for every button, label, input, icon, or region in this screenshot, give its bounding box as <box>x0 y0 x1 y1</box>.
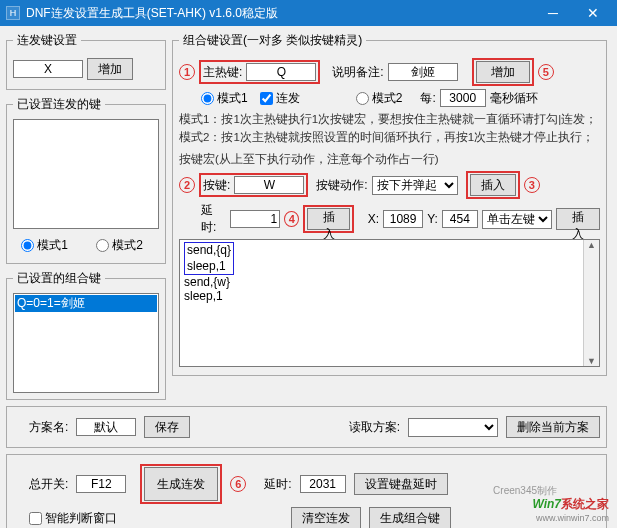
repeat-key-legend: 连发键设置 <box>13 32 81 49</box>
note-label: 说明备注: <box>332 64 383 81</box>
repeat-checkbox[interactable]: 连发 <box>260 90 300 107</box>
combo-settings-group: 组合键设置(一对多 类似按键精灵) 1 主热键: 说明备注: 增加 5 模式1 … <box>172 32 607 376</box>
load-scheme-label: 读取方案: <box>349 419 400 436</box>
script-line: sleep,1 <box>184 289 595 303</box>
mark-3: 3 <box>524 177 540 193</box>
mark-2: 2 <box>179 177 195 193</box>
bottom-delay-input[interactable] <box>300 475 346 493</box>
delete-scheme-button[interactable]: 删除当前方案 <box>506 416 600 438</box>
left-mode1-label: 模式1 <box>37 237 68 254</box>
set-combo-list[interactable]: Q=0=1=剑姬 <box>13 293 159 393</box>
key-input[interactable] <box>234 176 304 194</box>
insert-delay-button[interactable]: 插入 <box>307 208 350 230</box>
repeat-label: 连发 <box>276 90 300 107</box>
mark-6: 6 <box>230 476 246 492</box>
set-combo-group: 已设置的组合键 Q=0=1=剑姬 <box>6 270 166 400</box>
watermark: Win7系统之家 www.winwin7.com <box>532 496 609 523</box>
combo-add-button[interactable]: 增加 <box>476 61 530 83</box>
right-mode2-radio[interactable]: 模式2 <box>356 90 403 107</box>
script-line: sleep,1 <box>187 259 231 275</box>
smart-window-checkbox[interactable]: 智能判断窗口 <box>29 510 117 527</box>
note-input[interactable] <box>388 63 458 81</box>
macro-title: 按键宏(从上至下执行动作，注意每个动作占一行) <box>179 151 600 167</box>
delay-label: 延时: <box>201 202 226 236</box>
set-kbdelay-button[interactable]: 设置键盘延时 <box>354 473 448 495</box>
every-unit: 毫秒循环 <box>490 90 538 107</box>
mode2-desc: 模式2：按1次主热键就按照设置的时间循环执行，再按1次主热键才停止执行； <box>179 129 600 145</box>
bottom-delay-label: 延时: <box>264 476 291 493</box>
insert-key-button[interactable]: 插入 <box>470 174 516 196</box>
script-textarea[interactable]: send,{q} sleep,1 send,{w} sleep,1 ▲▼ <box>179 239 600 367</box>
key-label: 按键: <box>203 177 230 194</box>
script-line: send,{w} <box>184 275 595 289</box>
every-input[interactable] <box>440 89 486 107</box>
script-line: send,{q} <box>187 243 231 259</box>
main-hotkey-label: 主热键: <box>203 64 242 81</box>
every-label: 每: <box>420 90 435 107</box>
combo-list-item[interactable]: Q=0=1=剑姬 <box>15 295 157 312</box>
main-hotkey-input[interactable] <box>246 63 316 81</box>
mark-4: 4 <box>284 211 299 227</box>
window-title: DNF连发设置生成工具(SET-AHK) v1.6.0稳定版 <box>26 5 533 22</box>
right-mode1-radio[interactable]: 模式1 <box>201 90 248 107</box>
master-switch-input[interactable] <box>76 475 126 493</box>
scheme-name-input[interactable] <box>76 418 136 436</box>
generate-combo-button[interactable]: 生成组合键 <box>369 507 451 528</box>
key-action-select[interactable]: 按下并弹起 <box>372 176 458 195</box>
clear-repeat-button[interactable]: 清空连发 <box>291 507 361 528</box>
save-scheme-button[interactable]: 保存 <box>144 416 190 438</box>
repeat-key-input[interactable] <box>13 60 83 78</box>
right-mode1-label: 模式1 <box>217 90 248 107</box>
insert-click-button[interactable]: 插入 <box>556 208 600 230</box>
app-icon: H <box>6 6 20 20</box>
left-mode1-radio[interactable]: 模式1 <box>21 237 68 254</box>
repeat-key-group: 连发键设置 增加 <box>6 32 166 90</box>
mark-5: 5 <box>538 64 554 80</box>
watermark-brand2: 系统之家 <box>561 497 609 511</box>
close-button[interactable]: ✕ <box>573 0 613 26</box>
title-bar: H DNF连发设置生成工具(SET-AHK) v1.6.0稳定版 ─ ✕ <box>0 0 617 26</box>
load-scheme-select[interactable] <box>408 418 498 437</box>
x-label: X: <box>368 212 379 226</box>
right-mode2-label: 模式2 <box>372 90 403 107</box>
scrollbar[interactable]: ▲▼ <box>583 240 599 366</box>
mark-1: 1 <box>179 64 195 80</box>
left-mode2-label: 模式2 <box>112 237 143 254</box>
y-label: Y: <box>427 212 438 226</box>
mode1-desc: 模式1：按1次主热键执行1次按键宏，要想按住主热键就一直循环请打勾|连发； <box>179 111 600 127</box>
x-input[interactable] <box>383 210 423 228</box>
left-mode2-radio[interactable]: 模式2 <box>96 237 143 254</box>
minimize-button[interactable]: ─ <box>533 0 573 26</box>
y-input[interactable] <box>442 210 478 228</box>
scroll-down-icon[interactable]: ▼ <box>587 356 596 366</box>
click-select[interactable]: 单击左键 <box>482 210 552 229</box>
set-combo-legend: 已设置的组合键 <box>13 270 105 287</box>
set-keys-legend: 已设置连发的键 <box>13 96 105 113</box>
combo-settings-legend: 组合键设置(一对多 类似按键精灵) <box>179 32 366 49</box>
set-keys-group: 已设置连发的键 模式1 模式2 <box>6 96 166 264</box>
scheme-group: 方案名: 保存 读取方案: 删除当前方案 <box>6 406 607 448</box>
smart-window-label: 智能判断窗口 <box>45 510 117 527</box>
delay-input[interactable] <box>230 210 280 228</box>
key-action-label: 按键动作: <box>316 177 367 194</box>
scheme-name-label: 方案名: <box>29 419 68 436</box>
watermark-url: www.winwin7.com <box>532 513 609 523</box>
scroll-up-icon[interactable]: ▲ <box>587 240 596 250</box>
master-switch-label: 总开关: <box>29 476 68 493</box>
generate-repeat-button[interactable]: 生成连发 <box>144 467 218 501</box>
watermark-brand1: Win7 <box>532 497 561 511</box>
set-keys-list[interactable] <box>13 119 159 229</box>
repeat-key-add-button[interactable]: 增加 <box>87 58 133 80</box>
